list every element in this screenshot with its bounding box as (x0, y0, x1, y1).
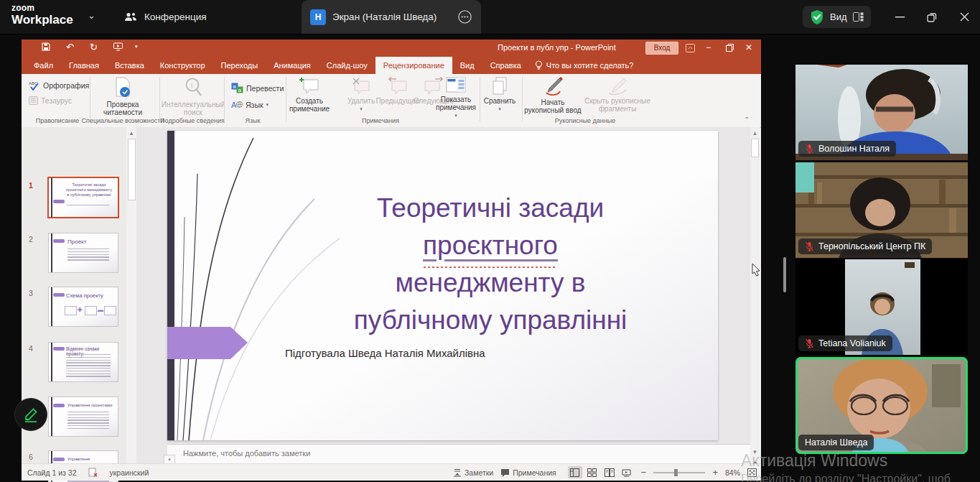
avatar: Н (310, 9, 326, 25)
compare-button[interactable]: Сравнить ▾ (481, 77, 518, 113)
ribbon-divider (224, 77, 225, 121)
slide-thumbnail-2[interactable]: Проект (49, 233, 118, 272)
zoom-in-button[interactable]: + (712, 467, 718, 478)
tab-animations[interactable]: Анимация (266, 57, 319, 74)
scroll-down-icon[interactable]: ▼ (750, 448, 760, 457)
sign-in-button[interactable]: Вход (645, 42, 678, 55)
normal-view-button[interactable] (568, 466, 582, 478)
participant-video-3[interactable]: Tetiana Volianiuk (795, 259, 968, 355)
notes-pane[interactable]: Нажмите, чтобы добавить заметки (167, 444, 750, 463)
thumb-flow-equals: ▬ (98, 307, 103, 313)
zoom-level[interactable]: 84% (725, 468, 740, 477)
slideshow-icon (622, 468, 631, 477)
scroll-up-icon[interactable]: ▲ (126, 129, 136, 138)
redo-icon[interactable]: ↻ (90, 42, 98, 52)
participant-video-1[interactable]: Волошин Наталя (795, 65, 968, 160)
minimize-button[interactable] (887, 0, 912, 34)
slide-thumbnail-5[interactable]: Управління проектами (49, 397, 118, 436)
tab-meeting[interactable]: Конференция (123, 0, 207, 34)
slide-thumbnail-3[interactable]: Схема проекту ✚ ▬ (49, 287, 118, 326)
slide-sorter-view-button[interactable] (585, 466, 599, 478)
more-options-icon[interactable] (457, 9, 472, 24)
scrollbar-thumb[interactable] (751, 139, 759, 157)
panel-scrollbar-thumb[interactable] (783, 257, 786, 292)
view-button[interactable]: Вид (803, 6, 871, 28)
group-label-accessibility: Специальные возможности (82, 117, 164, 124)
slide-thumbnail-4[interactable]: Відмінні ознаки проекту: (49, 343, 118, 381)
start-inking-button[interactable]: Начать рукописный ввод (524, 77, 582, 114)
scroll-up-icon[interactable]: ▲ (750, 129, 760, 138)
check-accessibility-button[interactable]: Проверка читаемости (93, 77, 152, 116)
reading-view-button[interactable] (602, 466, 617, 478)
ribbon-divider (90, 77, 90, 121)
annotation-tools-button[interactable] (15, 399, 47, 430)
scrollbar-thumb[interactable] (128, 139, 136, 200)
check-accessibility-label: Проверка читаемости (93, 101, 152, 116)
minimize-icon (895, 12, 905, 22)
slideshow-view-button[interactable] (620, 466, 634, 478)
save-icon[interactable] (42, 42, 50, 51)
tab-view[interactable]: Вид (452, 57, 482, 74)
collapse-ribbon-icon[interactable]: ⌃ (744, 116, 750, 124)
slide-scrollbar[interactable]: ▲ ▼ (750, 127, 760, 463)
thumb-deco-arrow (53, 347, 65, 351)
tab-transitions[interactable]: Переходы (213, 57, 266, 74)
tab-shared-screen[interactable]: Н Экран (Наталія Шведа) (302, 0, 481, 34)
thesaurus-button: Тезаурус (29, 96, 72, 105)
chevron-down-icon[interactable]: ⌄ (88, 10, 95, 21)
tell-me-search[interactable]: Что вы хотите сделать? (529, 57, 640, 74)
spellcheck-status-icon[interactable] (88, 468, 98, 477)
translate-button[interactable]: я a Перевести (231, 83, 284, 93)
slide-title: Теоретичні засади проєктного менеджменту… (275, 190, 706, 339)
tab-slideshow[interactable]: Слайд-шоу (319, 57, 375, 74)
comments-toggle[interactable]: Примечания (500, 468, 556, 477)
tab-design[interactable]: Конструктор (152, 57, 213, 74)
slide-editing-area: Теоретичні засади проєктного менеджменту… (136, 127, 750, 463)
translate-label: Перевести (246, 84, 284, 93)
spelling-button[interactable]: ABC Орфография (29, 80, 89, 91)
ppt-close-icon[interactable]: ✕ (745, 42, 752, 52)
tab-insert[interactable]: Вставка (107, 57, 152, 74)
powerpoint-window: ↶ ↻ ▾ Проекти в публ упр - PowerPoint Вх… (22, 40, 761, 480)
ribbon-divider (480, 77, 480, 121)
participant-name: Наталія Шведа (805, 437, 867, 448)
ribbon-display-options-icon[interactable] (686, 44, 695, 52)
tab-review[interactable]: Рецензирование (375, 57, 452, 74)
accessibility-checker-icon (113, 77, 132, 98)
previous-comment-icon (388, 77, 408, 96)
group-label-proofing: Правописание (36, 117, 80, 124)
zoom-out-button[interactable]: − (641, 467, 647, 478)
zoom-slider-thumb[interactable] (674, 469, 678, 476)
start-slideshow-icon[interactable] (113, 42, 123, 51)
slide-thumbnail-1[interactable]: Теоретичні засади проєктного менеджменту… (49, 178, 118, 217)
language-status[interactable]: украинский (110, 468, 149, 477)
ppt-restore-icon[interactable] (726, 44, 734, 52)
compare-label: Сравнить (484, 97, 516, 105)
fit-to-window-icon[interactable] (747, 468, 757, 477)
language-button[interactable]: А Язык ▾ (231, 100, 269, 109)
dropdown-caret: ▾ (498, 105, 501, 113)
qat-customize-icon[interactable]: ▾ (135, 44, 138, 50)
tab-home[interactable]: Главная (61, 57, 107, 74)
participant-video-2[interactable]: Тернопільський Центр ПК (795, 162, 968, 258)
slide-title-line4: публічному управлінні (275, 302, 706, 339)
zoom-slider[interactable] (653, 472, 705, 473)
tab-file[interactable]: Файл (26, 57, 61, 74)
thumbnail-scrollbar[interactable]: ▲ (126, 127, 136, 463)
notes-toggle[interactable]: Заметки (453, 468, 493, 477)
ppt-minimize-icon[interactable]: − (706, 42, 711, 52)
maximize-button[interactable] (920, 0, 944, 34)
participant-name: Тернопільський Центр ПК (818, 241, 925, 251)
slide-title-line2-underlined: проєктного (423, 231, 558, 260)
thumb-deco-bar (51, 233, 52, 272)
smart-lookup-button: i Интеллектуальный поиск (162, 77, 224, 116)
new-comment-button[interactable]: Создать примечание (289, 77, 330, 113)
slide-canvas[interactable]: Теоретичні засади проєктного менеджменту… (167, 131, 718, 440)
mic-muted-icon (805, 241, 814, 251)
tab-help[interactable]: Справка (482, 57, 529, 74)
participant-video-4-active-speaker[interactable]: Наталія Шведа (795, 357, 968, 454)
close-button[interactable] (952, 0, 976, 34)
show-comments-button[interactable]: Показать примечания ▾ (431, 77, 481, 119)
undo-icon[interactable]: ↶ (66, 42, 74, 52)
slide-subtitle: Підготувала Шведа Наталія Михайлівна (285, 347, 485, 359)
